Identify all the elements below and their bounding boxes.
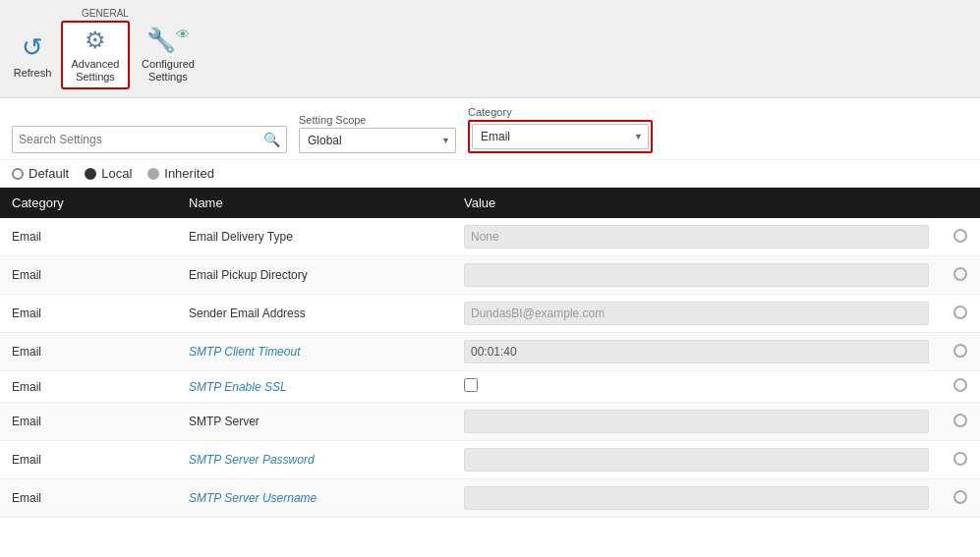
toolbar-items: ↺ Refresh ⚙ AdvancedSettings 🔧👁 Configur…: [8, 21, 202, 89]
col-header-category: Category: [0, 188, 177, 218]
scope-label: Setting Scope: [299, 114, 456, 126]
category-border-wrapper: Email General Security Appearance: [468, 120, 653, 153]
radio-default[interactable]: Default: [12, 166, 69, 181]
row-name-label[interactable]: SMTP Enable SSL: [189, 380, 287, 394]
row-category-cell: Email: [0, 295, 177, 333]
radio-default-label: Default: [29, 166, 69, 181]
table-row: EmailEmail Delivery Type: [0, 218, 980, 256]
row-name-cell: SMTP Server Password: [177, 441, 452, 479]
row-name-label[interactable]: SMTP Client Timeout: [189, 345, 300, 359]
radio-filter-row: Default Local Inherited: [0, 160, 980, 188]
configured-settings-label: ConfiguredSettings: [142, 58, 195, 84]
row-category-cell: Email: [0, 403, 177, 441]
row-value-input[interactable]: [464, 302, 929, 325]
table-row: EmailSender Email Address: [0, 295, 980, 333]
table-row: EmailSMTP Server: [0, 403, 980, 441]
category-select-wrapper: Email General Security Appearance: [472, 124, 649, 149]
row-value-cell: [452, 218, 941, 256]
category-select[interactable]: Email General Security Appearance: [472, 124, 649, 149]
scope-select[interactable]: Global Local Default: [299, 128, 456, 153]
row-select-radio[interactable]: [953, 306, 967, 319]
refresh-label: Refresh: [14, 67, 52, 79]
row-value-cell: [452, 371, 941, 403]
col-header-action: [941, 188, 980, 218]
row-radio-cell: [941, 218, 980, 256]
row-value-input[interactable]: [464, 410, 929, 433]
row-value-cell: [452, 441, 941, 479]
row-select-radio[interactable]: [953, 414, 967, 427]
row-name-label[interactable]: SMTP Server Password: [189, 453, 315, 467]
table-header-row: Category Name Value: [0, 188, 980, 218]
row-radio-cell: [941, 333, 980, 371]
row-radio-cell: [941, 256, 980, 295]
radio-inherited-label: Inherited: [164, 166, 214, 181]
table-row: EmailSMTP Client Timeout: [0, 333, 980, 371]
advanced-settings-icon: ⚙: [85, 27, 106, 54]
table-row: EmailEmail Pickup Directory: [0, 256, 980, 295]
row-value-input[interactable]: [464, 448, 929, 472]
radio-inherited[interactable]: Inherited: [147, 166, 214, 181]
scope-field-group: Setting Scope Global Local Default: [299, 114, 456, 153]
row-name-cell: SMTP Client Timeout: [177, 333, 452, 371]
search-box[interactable]: 🔍: [12, 126, 287, 153]
row-name-label[interactable]: SMTP Server Username: [189, 491, 317, 505]
table-header: Category Name Value: [0, 188, 980, 218]
scope-select-wrapper: Global Local Default: [299, 128, 456, 153]
table-row: EmailSMTP Enable SSL: [0, 371, 980, 403]
row-name-cell: SMTP Server: [177, 403, 452, 441]
row-value-cell: [452, 479, 941, 518]
row-category-cell: Email: [0, 218, 177, 256]
table-row: EmailSMTP Server Username: [0, 479, 980, 518]
row-value-input[interactable]: [464, 263, 929, 287]
radio-local-label: Local: [101, 166, 132, 181]
refresh-button[interactable]: ↺ Refresh: [8, 21, 57, 89]
row-name-cell: SMTP Server Username: [177, 479, 452, 518]
row-radio-cell: [941, 479, 980, 518]
search-icon[interactable]: 🔍: [263, 132, 280, 147]
col-header-value: Value: [452, 188, 941, 218]
advanced-settings-label: AdvancedSettings: [72, 58, 120, 84]
toolbar-general-group: GENERAL ↺ Refresh ⚙ AdvancedSettings 🔧👁 …: [8, 8, 202, 89]
row-value-checkbox[interactable]: [464, 378, 478, 392]
row-name-cell: Email Pickup Directory: [177, 256, 452, 295]
category-label: Category: [468, 106, 653, 118]
radio-default-indicator: [12, 168, 24, 180]
toolbar-group-label: GENERAL: [82, 8, 129, 19]
row-radio-cell: [941, 295, 980, 333]
row-select-radio[interactable]: [953, 452, 967, 466]
radio-inherited-indicator: [147, 168, 159, 180]
row-select-radio[interactable]: [953, 344, 967, 358]
row-category-cell: Email: [0, 333, 177, 371]
row-category-cell: Email: [0, 371, 177, 403]
row-value-cell: [452, 295, 941, 333]
refresh-icon: ↺: [22, 32, 43, 63]
row-name-cell: SMTP Enable SSL: [177, 371, 452, 403]
filters-row: 🔍 Setting Scope Global Local Default Cat…: [0, 98, 980, 160]
row-value-cell: [452, 403, 941, 441]
row-select-radio[interactable]: [953, 267, 967, 281]
col-header-name: Name: [177, 188, 452, 218]
radio-local-indicator: [85, 168, 96, 180]
row-value-input[interactable]: [464, 340, 929, 363]
row-select-radio[interactable]: [953, 229, 967, 243]
row-name-cell: Email Delivery Type: [177, 218, 452, 256]
row-radio-cell: [941, 403, 980, 441]
row-radio-cell: [941, 441, 980, 479]
row-value-input[interactable]: [464, 225, 929, 249]
settings-table: Category Name Value EmailEmail Delivery …: [0, 188, 980, 518]
configured-settings-icon: 🔧👁: [146, 27, 190, 54]
row-select-radio[interactable]: [953, 378, 967, 392]
toolbar: GENERAL ↺ Refresh ⚙ AdvancedSettings 🔧👁 …: [0, 0, 980, 98]
radio-local[interactable]: Local: [85, 166, 132, 181]
advanced-settings-button[interactable]: ⚙ AdvancedSettings: [61, 21, 130, 89]
row-value-cell: [452, 333, 941, 371]
search-input[interactable]: [19, 133, 259, 146]
row-category-cell: Email: [0, 479, 177, 518]
table-body: EmailEmail Delivery TypeEmailEmail Picku…: [0, 218, 980, 518]
configured-settings-button[interactable]: 🔧👁 ConfiguredSettings: [134, 21, 202, 89]
category-field-group: Category Email General Security Appearan…: [468, 106, 653, 153]
row-radio-cell: [941, 371, 980, 403]
row-category-cell: Email: [0, 441, 177, 479]
row-select-radio[interactable]: [953, 490, 967, 504]
row-value-input[interactable]: [464, 486, 929, 510]
